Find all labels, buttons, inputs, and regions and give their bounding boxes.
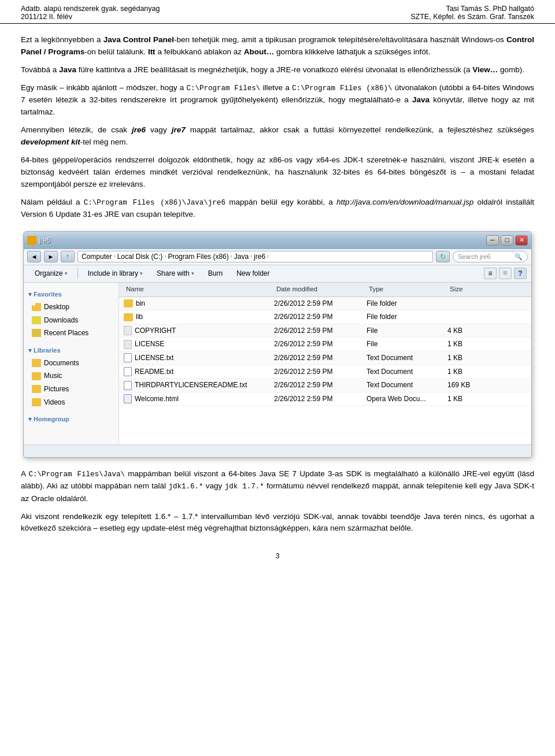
paragraph-5: 64-bites géppel/operációs rendszerrel do…	[21, 154, 534, 191]
maximize-button[interactable]: □	[501, 235, 513, 246]
text-jre6: jre6	[132, 125, 146, 134]
titlebar-left: jre6	[27, 235, 50, 246]
file-name-readme: README.txt	[124, 366, 274, 377]
path-sep-2: ›	[164, 253, 166, 261]
paragraph-after-2: Aki viszont rendelkezik egy telepített 1…	[21, 511, 534, 535]
explorer-statusbar	[24, 444, 531, 457]
sidebar-item-videos[interactable]: Videos	[26, 396, 116, 409]
file-txt-icon	[124, 381, 132, 390]
paragraph-3: Egy másik – inkább ajánlott – módszer, h…	[21, 82, 534, 118]
favorites-group[interactable]: ▾ Favorites	[26, 287, 116, 301]
sidebar-item-desktop[interactable]: Desktop	[26, 301, 116, 314]
path-programfiles: Program Files (x86)	[168, 251, 228, 262]
sidebar-item-music[interactable]: Music	[26, 369, 116, 383]
downloads-icon	[32, 316, 41, 324]
text-jdk16: jdk1.6.*	[168, 483, 203, 491]
file-row-thirdparty[interactable]: THIRDPARTYLICENSEREADME.txt 2/26/2012 2:…	[119, 379, 531, 392]
file-row-lib[interactable]: lib 2/26/2012 2:59 PM File folder	[119, 310, 531, 324]
sidebar-item-downloads[interactable]: Downloads	[26, 314, 116, 327]
col-type[interactable]: Type	[367, 284, 447, 295]
path-sep-5: ›	[267, 253, 269, 261]
explorer-addressbar: ◄ ► ↑ Computer › Local Disk (C:) › Progr…	[24, 249, 531, 265]
view-list-button[interactable]: ⊞	[499, 268, 512, 279]
paragraph-1: Ezt a legkönnyebben a Java Control Panel…	[21, 34, 534, 58]
text-cpath1: C:\Program Files\	[186, 84, 260, 92]
burn-button[interactable]: Burn	[202, 268, 229, 279]
file-html-icon	[124, 394, 132, 403]
file-icon	[124, 340, 132, 349]
up-button[interactable]: ↑	[61, 251, 75, 262]
address-path[interactable]: Computer › Local Disk (C:) › Program Fil…	[77, 251, 433, 262]
minimize-button[interactable]: ─	[486, 235, 499, 246]
new-folder-button[interactable]: New folder	[230, 268, 276, 279]
header-left: Adatb. alapú rendszerek gyak. segédanyag…	[21, 5, 160, 21]
back-button[interactable]: ◄	[27, 251, 41, 262]
search-placeholder: Search jre6	[458, 252, 490, 262]
text-java-control-panel: Java Control Panel	[103, 35, 174, 44]
homegroup-chevron-icon: ▾	[28, 416, 34, 423]
explorer-app-icon	[27, 236, 36, 245]
text-java-lib: Java	[412, 95, 430, 104]
text-jre6-path: C:\Program Files (x86)\Java\jre6	[84, 199, 225, 207]
file-name-welcome: Welcome.html	[124, 394, 274, 405]
text-devkit: development kit	[21, 138, 80, 146]
text-view: View…	[472, 65, 498, 74]
path-sep-3: ›	[231, 253, 232, 261]
col-name[interactable]: Name	[124, 284, 274, 295]
file-row-welcome[interactable]: Welcome.html 2/26/2012 2:59 PM Opera Web…	[119, 392, 531, 406]
toolbar-separator-1	[77, 268, 78, 279]
help-button[interactable]: ?	[514, 268, 527, 279]
file-row-license[interactable]: LICENSE 2/26/2012 2:59 PM File 1 KB	[119, 338, 531, 351]
text-control-panel: Control Panel / Programs	[21, 35, 534, 56]
libraries-group[interactable]: ▾ Libraries	[26, 343, 116, 357]
share-button[interactable]: Share with ▾	[150, 268, 201, 279]
explorer-toolbar: Organize ▾ Include in library ▾ Share wi…	[24, 265, 531, 283]
file-row-license-txt[interactable]: LICENSE.txt 2/26/2012 2:59 PM Text Docum…	[119, 351, 531, 365]
sidebar-item-pictures[interactable]: Pictures	[26, 383, 116, 396]
folder-icon	[124, 299, 133, 307]
paragraph-4: Amennyiben létezik, de csak jre6 vagy jr…	[21, 124, 534, 149]
file-name-lib: lib	[124, 312, 274, 323]
paragraph-6: Nálam például a C:\Program Files (x86)\J…	[21, 197, 534, 221]
music-icon	[32, 372, 41, 380]
share-chevron-icon: ▾	[191, 270, 194, 276]
text-itt: Itt	[148, 47, 156, 56]
file-row-bin[interactable]: bin 2/26/2012 2:59 PM File folder	[119, 297, 531, 311]
path-computer: Computer	[82, 251, 112, 262]
explorer-filelist: Name Date modified Type Size bin 2/26/20…	[119, 283, 531, 444]
include-chevron-icon: ▾	[140, 270, 143, 276]
header-right-line1: Tasi Tamás S. PhD hallgató	[410, 5, 534, 13]
search-box[interactable]: Search jre6 🔍	[453, 251, 528, 262]
file-name-license-txt: LICENSE.txt	[124, 353, 274, 364]
forward-button[interactable]: ►	[44, 251, 58, 262]
desktop-icon	[32, 303, 41, 311]
titlebar-buttons[interactable]: ─ □ ✕	[486, 235, 528, 246]
file-name-bin: bin	[124, 298, 274, 309]
path-sep-1: ›	[114, 253, 116, 261]
explorer-title: jre6	[39, 235, 50, 246]
search-icon: 🔍	[515, 252, 523, 262]
explorer-body: ▾ Favorites Desktop Downloads Recent Pla…	[24, 283, 531, 444]
text-java-path-after: C:\Program Files\Java\	[29, 470, 125, 479]
file-txt-icon	[124, 353, 132, 362]
text-url: http://java.com/en/download/manual.jsp	[336, 198, 473, 206]
close-button[interactable]: ✕	[515, 235, 528, 246]
file-row-copyright[interactable]: COPYRIGHT 2/26/2012 2:59 PM File 4 KB	[119, 324, 531, 338]
file-row-readme[interactable]: README.txt 2/26/2012 2:59 PM Text Docume…	[119, 365, 531, 379]
file-name-license: LICENSE	[124, 339, 274, 350]
view-details-button[interactable]: ≡	[484, 268, 497, 279]
filelist-header[interactable]: Name Date modified Type Size	[119, 283, 531, 297]
sidebar-item-recent[interactable]: Recent Places	[26, 327, 116, 340]
toolbar-right: ≡ ⊞ ?	[484, 268, 527, 279]
sidebar-item-documents[interactable]: Documents	[26, 357, 116, 370]
refresh-button[interactable]: ↻	[436, 251, 450, 262]
col-date[interactable]: Date modified	[274, 284, 367, 295]
recent-icon	[32, 329, 41, 337]
include-library-button[interactable]: Include in library ▾	[82, 268, 149, 279]
path-java: Java	[234, 251, 249, 262]
organize-button[interactable]: Organize ▾	[28, 268, 74, 279]
libraries-chevron-icon: ▾	[28, 347, 34, 354]
file-name-copyright: COPYRIGHT	[124, 325, 274, 336]
col-size[interactable]: Size	[447, 284, 494, 295]
homegroup-group[interactable]: ▾ Homegroup	[26, 412, 116, 425]
